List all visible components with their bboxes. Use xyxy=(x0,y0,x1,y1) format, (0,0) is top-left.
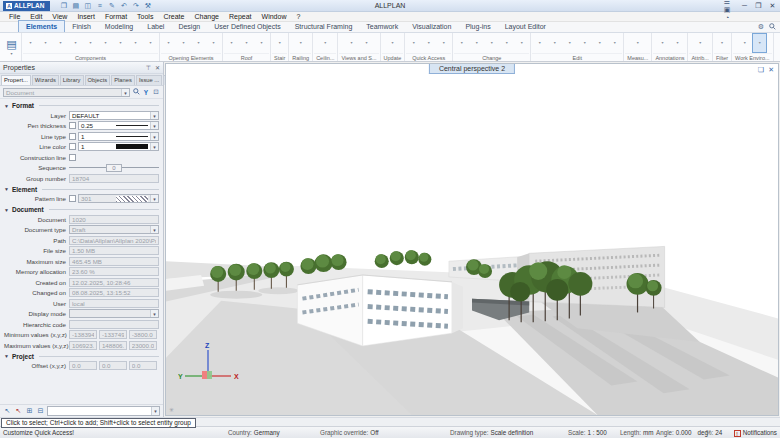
notifications-button[interactable]: ! Notifications xyxy=(734,427,777,438)
menu-list-icon[interactable]: ☰ xyxy=(724,0,730,5)
document-type-combobox[interactable]: Draft▾ xyxy=(69,225,159,234)
pick-group-icon[interactable]: ↖ xyxy=(14,407,23,415)
status-scale[interactable]: Scale:1 : 500 xyxy=(568,427,607,438)
view-icon[interactable]: ▾ xyxy=(344,33,359,53)
work-environment-icon[interactable]: ▾ xyxy=(752,33,767,53)
move-icon[interactable]: ▾ xyxy=(547,33,562,53)
plan-view-icon[interactable]: ▾ xyxy=(737,33,752,53)
panel-tab[interactable]: Objects xyxy=(85,75,111,85)
ribbon-tab[interactable]: Modeling xyxy=(98,21,140,32)
delete-icon[interactable]: ▾ xyxy=(607,33,622,53)
menu-item[interactable]: Change xyxy=(189,12,224,22)
status-drawing-type[interactable]: Drawing type:Scale definition xyxy=(450,427,533,438)
pattern-line-combobox[interactable]: 301▾ xyxy=(78,194,159,203)
match-icon[interactable]: ✎ xyxy=(106,1,117,11)
door-opening-icon[interactable]: ▾ xyxy=(176,33,191,53)
status-graphic-override[interactable]: Graphic override:Off xyxy=(320,427,379,438)
text-abc-icon[interactable]: ▾ xyxy=(655,33,670,53)
display-mode-combobox[interactable]: ▾ xyxy=(69,309,159,318)
float-viewport-icon[interactable]: ❏ xyxy=(758,66,764,74)
panel-tab[interactable]: Propert... xyxy=(1,75,31,85)
pen-thickness-checkbox[interactable] xyxy=(69,122,76,129)
search-properties-icon[interactable] xyxy=(132,88,140,96)
ceiling-icon[interactable]: ▾ xyxy=(318,33,333,53)
panel-tab[interactable]: Wizards xyxy=(32,75,59,85)
detach-panel-icon[interactable]: ⊡ xyxy=(152,88,160,96)
menu-item[interactable]: Tools xyxy=(132,12,158,22)
line-color-checkbox[interactable] xyxy=(69,143,76,150)
shop-cart-icon[interactable]: ▣ xyxy=(724,6,731,13)
erase-icon[interactable]: ▾ xyxy=(454,33,469,53)
curtain-wall-icon[interactable]: ▾ xyxy=(38,33,53,53)
section-document[interactable]: ▼ Document xyxy=(4,205,159,214)
smart-window-icon[interactable]: ▾ xyxy=(191,33,206,53)
upstand-beam-icon[interactable]: ▾ xyxy=(113,33,128,53)
measure-icon[interactable]: ▾ xyxy=(630,33,645,53)
close-viewport-icon[interactable]: ✕ xyxy=(768,66,774,74)
viewport-tab[interactable]: Central perspective 2 xyxy=(429,64,515,74)
pen-thickness-combobox[interactable]: 0.25▾ xyxy=(78,121,159,130)
menu-item[interactable]: ? xyxy=(291,12,305,22)
chevron-down-icon[interactable]: ▾ xyxy=(121,89,129,96)
settings-gear-icon[interactable]: ⚙ xyxy=(758,23,764,31)
section-element[interactable]: ▼ Element xyxy=(4,185,159,194)
stretch-icon[interactable]: ▾ xyxy=(469,33,484,53)
line-type-checkbox[interactable] xyxy=(69,133,76,140)
section-format[interactable]: ▼ Format xyxy=(4,101,159,110)
column-icon[interactable]: ▾ xyxy=(53,33,68,53)
filter-icon[interactable]: ▾ xyxy=(714,33,729,53)
ribbon-tab[interactable]: Elements xyxy=(18,20,65,32)
layer-combobox[interactable]: DEFAULT▾ xyxy=(69,111,159,120)
status-length-unit[interactable]: Length:mm xyxy=(620,427,654,438)
ribbon-tab[interactable]: Plug-ins xyxy=(458,21,497,32)
sequence-slider[interactable]: 0 xyxy=(69,164,159,172)
text-icon[interactable]: ▾ xyxy=(421,33,436,53)
undo-icon[interactable]: ↶ xyxy=(118,1,129,11)
property-target-combobox[interactable]: Document ▾ xyxy=(3,88,130,97)
customize-quick-access[interactable]: Customize Quick Access! xyxy=(3,427,74,438)
pattern-line-checkbox[interactable] xyxy=(69,195,76,202)
mirror-icon[interactable]: ▾ xyxy=(577,33,592,53)
panel-tab[interactable]: Issue ... xyxy=(136,75,162,85)
menu-item[interactable]: Insert xyxy=(72,12,100,22)
ribbon-tab[interactable]: Layout Editor xyxy=(498,21,553,32)
open-project-icon[interactable]: ▤ xyxy=(70,1,81,11)
align-icon[interactable]: ▾ xyxy=(514,33,529,53)
restore-icon[interactable]: ❐ xyxy=(754,2,763,10)
pick-element-icon[interactable]: ↖ xyxy=(3,407,12,415)
roof-covering-icon[interactable]: ▾ xyxy=(239,33,254,53)
roof-plane-icon[interactable]: ▾ xyxy=(224,33,239,53)
smart-door-icon[interactable]: ▾ xyxy=(206,33,221,53)
dimension-line-icon[interactable]: ▾ xyxy=(436,33,451,53)
tools-icon[interactable]: ⚒ xyxy=(142,1,153,11)
ribbon-tab[interactable]: Visualization xyxy=(405,21,458,32)
rotate-icon[interactable]: ▾ xyxy=(562,33,577,53)
arrange-windows-icon[interactable]: ❐ xyxy=(58,1,69,11)
copy-icon[interactable]: ▾ xyxy=(532,33,547,53)
close-icon[interactable]: ✕ xyxy=(768,2,777,10)
menu-item[interactable]: Repeat xyxy=(224,12,257,22)
ribbon-tab[interactable]: Design xyxy=(171,21,207,32)
redo-icon[interactable]: ↷ xyxy=(130,1,141,11)
smart-part-icon[interactable]: ▾ xyxy=(143,33,158,53)
room-icon[interactable]: ▾ xyxy=(128,33,143,53)
axis-gizmo[interactable]: Z Y X xyxy=(178,341,240,387)
apply-properties-icon[interactable]: ⊟ xyxy=(36,407,45,415)
menu-item[interactable]: Create xyxy=(158,12,189,22)
line-icon[interactable]: ▾ xyxy=(406,33,421,53)
filter-properties-icon[interactable]: Y xyxy=(142,89,150,96)
pin-icon[interactable]: ⊤ xyxy=(146,64,151,71)
quick-select-combobox[interactable]: ▾ xyxy=(47,406,160,416)
sum-function-icon[interactable]: ⊞ xyxy=(25,407,34,415)
section-project[interactable]: ▼ Project xyxy=(4,352,159,361)
strip-foundation-icon[interactable]: ▾ xyxy=(83,33,98,53)
print-icon[interactable]: ≡ xyxy=(94,1,105,11)
ribbon-tab[interactable]: Finish xyxy=(65,21,98,32)
search-icon[interactable] xyxy=(769,23,776,31)
status-angle[interactable]: Angle:0.000 deg xyxy=(656,427,708,438)
panel-tab[interactable]: Library xyxy=(60,75,84,85)
attributes-icon[interactable]: ▾ xyxy=(693,33,708,53)
properties-palette-button[interactable]: ▤ ▾ xyxy=(2,33,22,61)
ribbon-tab[interactable]: Label xyxy=(140,21,171,32)
slab-icon[interactable]: ▾ xyxy=(98,33,113,53)
